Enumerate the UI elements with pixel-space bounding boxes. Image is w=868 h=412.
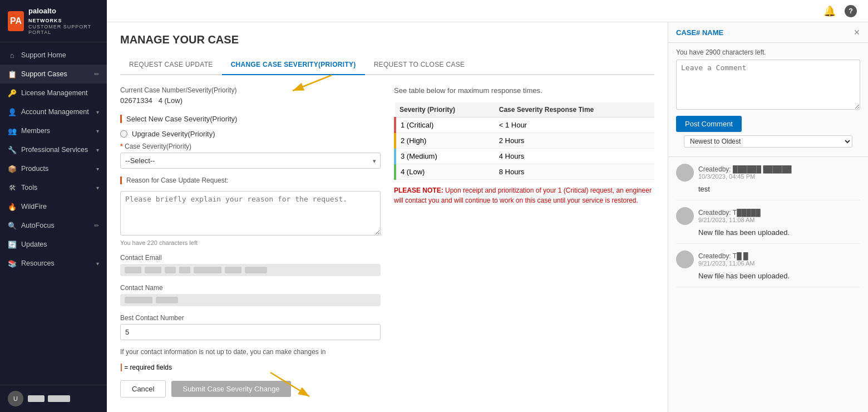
user-name-blurred2 (48, 395, 70, 402)
reason-textarea[interactable] (120, 191, 381, 236)
sidebar-item-label: Products (21, 165, 48, 173)
home-icon: ⌂ (8, 51, 17, 60)
notification-bell-icon[interactable]: 🔔 (823, 5, 836, 17)
sev-label: 4 (Low) (395, 164, 495, 180)
comment-area-wrap: You have 2900 characters left. Post Comm… (668, 43, 868, 157)
best-contact-field: Best Contact Number (120, 314, 381, 340)
help-icon[interactable]: ? (845, 5, 857, 17)
edit-icon[interactable]: ✏ (94, 222, 99, 229)
comment-meta: Createdby: T█ █ 9/21/2023, 11:06 AM (676, 251, 860, 268)
comment-textarea[interactable] (676, 60, 860, 110)
case-severity-field: * Case Severity(Priority) --Select-- ▾ (120, 143, 381, 169)
case-info-value: 02671334 4 (Low) (120, 96, 381, 105)
user-area: U (0, 385, 107, 412)
contact-email-value (120, 264, 381, 276)
required-note: | = required fields (120, 362, 381, 371)
sidebar-item-autofocus[interactable]: 🔍 AutoFocus ✏ (0, 216, 107, 235)
sidebar-item-label: Tools (21, 184, 37, 192)
sidebar-item-products[interactable]: 📦 Products ▾ (0, 159, 107, 178)
sidebar-item-resources[interactable]: 📚 Resources ▾ (0, 254, 107, 273)
sidebar-item-label: WildFire (21, 203, 47, 210)
avatar: U (8, 391, 23, 406)
tabs: REQUEST CASE UPDATE CHANGE CASE SEVERITY… (120, 55, 654, 75)
sort-wrap: Newest to Oldest Oldest to Newest (676, 132, 860, 151)
comment-item: Createdby: T█ █ 9/21/2023, 11:06 AM New … (676, 244, 860, 287)
tab-request-close-case[interactable]: REQUEST TO CLOSE CASE (365, 55, 474, 75)
select-severity-label: Select New Case Severity(Priority) (126, 115, 381, 123)
sort-select[interactable]: Newest to Oldest Oldest to Newest (684, 135, 852, 148)
logo-subtitle: CUSTOMER SUPPORT PORTAL (28, 24, 99, 35)
close-icon[interactable]: ✕ (854, 28, 860, 37)
case-severity-select[interactable]: --Select-- (120, 153, 381, 169)
wildfire-icon: 🔥 (8, 202, 17, 211)
best-contact-label: Best Contact Number (120, 314, 381, 322)
see-table-text: See table below for maximum response tim… (394, 86, 654, 95)
table-row: 3 (Medium) 4 Hours (395, 149, 654, 164)
sidebar-item-support-home[interactable]: ⌂ Support Home (0, 46, 107, 65)
resources-icon: 📚 (8, 259, 17, 268)
sidebar-item-wildfire[interactable]: 🔥 WildFire (0, 197, 107, 216)
sidebar-item-professional-services[interactable]: 🔧 Professional Services ▾ (0, 140, 107, 159)
upgrade-severity-radio[interactable] (120, 130, 127, 138)
severity-table: Severity (Priority) Case Severity Respon… (394, 102, 654, 180)
logo-title: paloaltoNETWORKS (28, 7, 99, 24)
sidebar-nav: ⌂ Support Home 📋 Support Cases ✏ 🔑 Licen… (0, 42, 107, 385)
avatar (676, 207, 694, 225)
sidebar-item-tools[interactable]: 🛠 Tools ▾ (0, 178, 107, 197)
comment-date: 9/21/2023, 11:06 AM (698, 260, 755, 267)
comments-list: Createdby: ██████ ██████ 10/3/2023, 04:4… (668, 157, 868, 412)
members-icon: 👥 (8, 126, 17, 135)
tab-request-case-update[interactable]: REQUEST CASE UPDATE (120, 55, 222, 75)
comment-meta: Createdby: ██████ ██████ 10/3/2023, 04:4… (676, 164, 860, 182)
response-time: 4 Hours (495, 149, 654, 164)
chevron-down-icon: ▾ (96, 147, 99, 153)
comment-author: Createdby: T█ █ (698, 252, 755, 260)
avatar (676, 251, 694, 268)
main-content: MANAGE YOUR CASE REQUEST CASE UPDATE CHA… (107, 22, 668, 412)
sidebar-item-updates[interactable]: 🔄 Updates (0, 235, 107, 254)
upgrade-severity-option: Upgrade Severity(Priority) (120, 130, 381, 138)
sidebar-item-label: AutoFocus (21, 222, 55, 229)
sev-label: 2 (High) (395, 133, 495, 149)
sidebar-item-support-cases[interactable]: 📋 Support Cases ✏ (0, 65, 107, 84)
comment-meta: Createdby: T█████ 9/21/2023, 11:08 AM (676, 207, 860, 225)
sidebar-item-license-management[interactable]: 🔑 License Management (0, 84, 107, 102)
contact-name-field: Contact Name (120, 284, 381, 306)
sidebar-item-members[interactable]: 👥 Members ▾ (0, 121, 107, 140)
cancel-button[interactable]: Cancel (120, 380, 166, 398)
col-severity: Severity (Priority) (395, 102, 495, 117)
best-contact-input[interactable] (120, 324, 381, 340)
sidebar-item-label: Account Management (21, 108, 89, 116)
table-row: 1 (Critical) < 1 Hour (395, 117, 654, 133)
content-wrapper: MANAGE YOUR CASE REQUEST CASE UPDATE CHA… (107, 22, 868, 412)
edit-icon[interactable]: ✏ (94, 71, 99, 78)
updates-icon: 🔄 (8, 240, 17, 249)
contact-name-value (120, 294, 381, 306)
panel-title: CASE# NAME (676, 28, 723, 37)
panel-header: CASE# NAME ✕ (668, 22, 868, 43)
submit-button[interactable]: Submit Case Severity Change (171, 381, 290, 397)
response-time: < 1 Hour (495, 117, 654, 133)
sidebar-item-label: Professional Services (21, 146, 88, 154)
right-panel: CASE# NAME ✕ You have 2900 characters le… (668, 22, 868, 412)
comment-body: test (676, 185, 860, 193)
form-section: Current Case Number/Severity(Priority) 0… (120, 86, 381, 398)
chevron-down-icon: ▾ (96, 128, 99, 134)
contact-info-note: If your contact information is not up to… (120, 348, 381, 356)
case-severity-label: * Case Severity(Priority) (120, 143, 381, 150)
sidebar-item-label: Resources (21, 259, 55, 267)
post-comment-button[interactable]: Post Comment (676, 116, 742, 132)
avatar (676, 164, 694, 182)
user-name-blurred (28, 395, 45, 402)
comment-author: Createdby: T█████ (698, 209, 761, 217)
account-icon: 👤 (8, 107, 17, 116)
table-row: 2 (High) 2 Hours (395, 133, 654, 149)
response-time: 8 Hours (495, 164, 654, 180)
autofocus-icon: 🔍 (8, 221, 17, 230)
form-table-layout: Current Case Number/Severity(Priority) 0… (120, 86, 654, 398)
tab-change-case-severity[interactable]: CHANGE CASE SEVERITY(PRIORITY) (222, 55, 365, 75)
select-severity-section: Select New Case Severity(Priority) (120, 115, 381, 123)
comment-date: 9/21/2023, 11:08 AM (698, 217, 761, 223)
top-bar: 🔔 ? (107, 0, 868, 22)
sidebar-item-account-management[interactable]: 👤 Account Management ▾ (0, 102, 107, 121)
